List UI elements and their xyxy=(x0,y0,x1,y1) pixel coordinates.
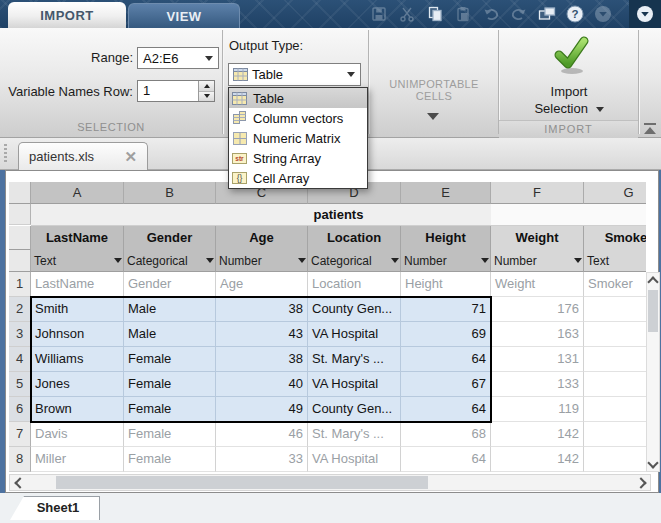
variable-type-dropdown-D[interactable]: Categorical xyxy=(308,250,401,272)
spinner-up-icon[interactable] xyxy=(199,81,214,91)
cell-C1[interactable]: Age xyxy=(216,272,308,297)
cell-F1[interactable]: Weight xyxy=(491,272,584,297)
cell-D5[interactable]: VA Hospital xyxy=(308,372,401,397)
undo-icon[interactable] xyxy=(478,2,503,26)
variable-name-smoker[interactable]: Smoker xyxy=(584,226,646,250)
row-number-5[interactable]: 5 xyxy=(9,372,31,397)
cell-E5[interactable]: 67 xyxy=(401,372,491,397)
row-number-2[interactable]: 2 xyxy=(9,297,31,322)
row-number-1[interactable]: 1 xyxy=(9,272,31,297)
variable-type-dropdown-A[interactable]: Text xyxy=(31,250,124,272)
cell-B4[interactable]: Female xyxy=(124,347,216,372)
cell-C3[interactable]: 43 xyxy=(216,322,308,347)
cell-G7[interactable] xyxy=(584,422,646,447)
cell-F7[interactable]: 142 xyxy=(491,422,584,447)
cell-A2[interactable]: Smith xyxy=(31,297,124,322)
vertical-scrollbar-thumb[interactable] xyxy=(648,290,658,332)
cell-C2[interactable]: 38 xyxy=(216,297,308,322)
variable-name-weight[interactable]: Weight xyxy=(491,226,584,250)
cell-C7[interactable]: 46 xyxy=(216,422,308,447)
window-menu-button[interactable] xyxy=(629,0,661,28)
menu-item-numeric-matrix[interactable]: Numeric Matrix xyxy=(229,128,367,148)
cell-E7[interactable]: 68 xyxy=(401,422,491,447)
tab-view[interactable]: VIEW xyxy=(128,3,240,28)
row-number-3[interactable]: 3 xyxy=(9,322,31,347)
column-letter-B[interactable]: B xyxy=(124,182,216,204)
cell-F3[interactable]: 163 xyxy=(491,322,584,347)
cell-G8[interactable] xyxy=(584,447,646,472)
cell-F4[interactable]: 131 xyxy=(491,347,584,372)
variable-name-location[interactable]: Location xyxy=(308,226,401,250)
scroll-right-icon[interactable] xyxy=(634,475,650,490)
cell-B1[interactable]: Gender xyxy=(124,272,216,297)
layout-icon[interactable] xyxy=(534,2,559,26)
cell-B7[interactable]: Female xyxy=(124,422,216,447)
range-combobox[interactable]: A2:E6 xyxy=(137,47,219,69)
cell-E6[interactable]: 64 xyxy=(401,397,491,422)
horizontal-scrollbar-thumb[interactable] xyxy=(56,476,428,489)
help-icon[interactable]: ? xyxy=(562,2,587,26)
merged-title-cell[interactable]: patients xyxy=(31,204,646,225)
drag-grip[interactable] xyxy=(4,144,7,164)
cell-G3[interactable] xyxy=(584,322,646,347)
cell-D4[interactable]: St. Mary's ... xyxy=(308,347,401,372)
variable-type-dropdown-F[interactable]: Number xyxy=(491,250,584,272)
cell-D6[interactable]: County Gen... xyxy=(308,397,401,422)
toolbar-more-icon[interactable] xyxy=(590,2,615,26)
cell-B6[interactable]: Female xyxy=(124,397,216,422)
cut-icon[interactable] xyxy=(394,2,419,26)
unimportable-cells-button[interactable]: UNIMPORTABLE CELLS xyxy=(370,78,498,102)
cell-G4[interactable] xyxy=(584,347,646,372)
variable-type-dropdown-G[interactable]: Text xyxy=(584,250,646,272)
cell-F8[interactable]: 142 xyxy=(491,447,584,472)
cell-A5[interactable]: Jones xyxy=(31,372,124,397)
column-letter-G[interactable]: G xyxy=(584,182,646,204)
variable-name-age[interactable]: Age xyxy=(216,226,308,250)
cell-G6[interactable] xyxy=(584,397,646,422)
cell-D3[interactable]: VA Hospital xyxy=(308,322,401,347)
cell-A4[interactable]: Williams xyxy=(31,347,124,372)
cell-B5[interactable]: Female xyxy=(124,372,216,397)
cell-F6[interactable]: 119 xyxy=(491,397,584,422)
redo-icon[interactable] xyxy=(506,2,531,26)
cell-G1[interactable]: Smoker xyxy=(584,272,646,297)
save-icon[interactable] xyxy=(366,2,391,26)
vertical-scrollbar[interactable] xyxy=(646,272,660,472)
variable-name-height[interactable]: Height xyxy=(401,226,491,250)
cell-A8[interactable]: Miller xyxy=(31,447,124,472)
cell-A7[interactable]: Davis xyxy=(31,422,124,447)
row-number-4[interactable]: 4 xyxy=(9,347,31,372)
cell-C6[interactable]: 49 xyxy=(216,397,308,422)
menu-item-table[interactable]: Table xyxy=(229,88,367,108)
cell-C5[interactable]: 40 xyxy=(216,372,308,397)
variable-type-dropdown-C[interactable]: Number xyxy=(216,250,308,272)
variable-name-gender[interactable]: Gender xyxy=(124,226,216,250)
column-letter-A[interactable]: A xyxy=(31,182,124,204)
row-number-6[interactable]: 6 xyxy=(9,397,31,422)
cell-E4[interactable]: 64 xyxy=(401,347,491,372)
cell-C8[interactable]: 33 xyxy=(216,447,308,472)
menu-item-column-vectors[interactable]: Column vectors xyxy=(229,108,367,128)
cell-A1[interactable]: LastName xyxy=(31,272,124,297)
cell-G2[interactable] xyxy=(584,297,646,322)
variable-names-row-spinner[interactable]: 1 xyxy=(137,80,215,102)
cell-E1[interactable]: Height xyxy=(401,272,491,297)
cell-E8[interactable]: 64 xyxy=(401,447,491,472)
cell-G5[interactable] xyxy=(584,372,646,397)
cell-B2[interactable]: Male xyxy=(124,297,216,322)
cell-F5[interactable]: 133 xyxy=(491,372,584,397)
collapse-ribbon-icon[interactable] xyxy=(643,123,657,134)
copy-icon[interactable] xyxy=(422,2,447,26)
cell-A6[interactable]: Brown xyxy=(31,397,124,422)
document-tab-patients[interactable]: patients.xls ✕ xyxy=(18,142,148,170)
cell-E2[interactable]: 71 xyxy=(401,297,491,322)
variable-name-lastname[interactable]: LastName xyxy=(31,226,124,250)
cell-A3[interactable]: Johnson xyxy=(31,322,124,347)
output-type-combobox[interactable]: Table xyxy=(228,63,361,86)
variable-type-dropdown-B[interactable]: Categorical xyxy=(124,250,216,272)
select-all-corner[interactable] xyxy=(9,182,31,204)
cell-B3[interactable]: Male xyxy=(124,322,216,347)
cell-F2[interactable]: 176 xyxy=(491,297,584,322)
column-letter-F[interactable]: F xyxy=(491,182,584,204)
cell-D1[interactable]: Location xyxy=(308,272,401,297)
